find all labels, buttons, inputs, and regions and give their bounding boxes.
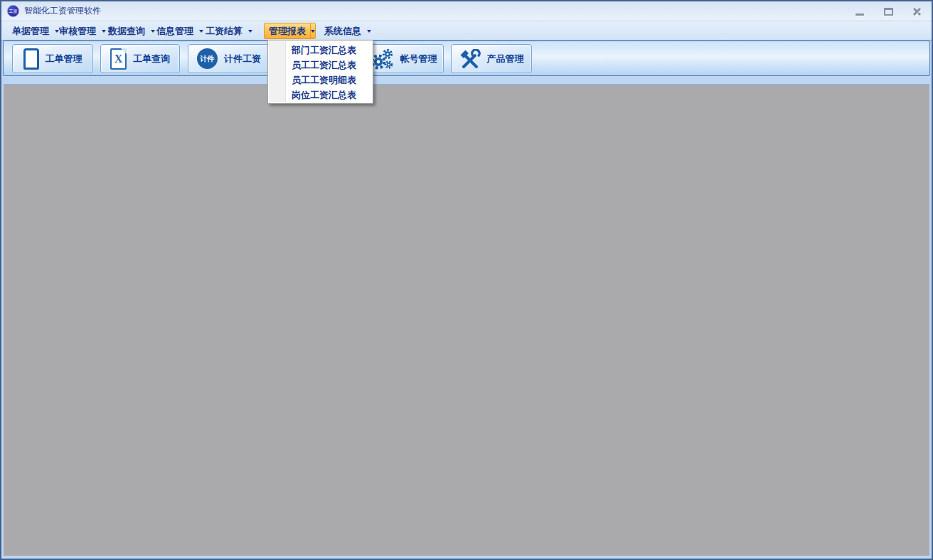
window-title: 智能化工资管理软件 (24, 5, 101, 17)
minimize-icon (855, 14, 864, 16)
toolbar-button-label: 产品管理 (487, 53, 524, 65)
chevron-down-icon (311, 30, 315, 33)
menu-bar: 单据管理 审核管理 数据查询 信息管理 工资结算 管理报表 系统信息 (1, 21, 932, 41)
menu-item-employee-salary-detail[interactable]: 员工工资明细表 (268, 72, 373, 87)
toolbar: 工单管理 X 工单查询 计件 计件工资 帐号管理 (3, 41, 930, 76)
minimize-button[interactable] (853, 5, 866, 18)
toolbar-work-order-query-button[interactable]: X 工单查询 (100, 44, 180, 73)
toolbar-button-label: 工单查询 (133, 53, 170, 65)
chevron-down-icon (248, 30, 252, 33)
menu-item-reports[interactable]: 管理报表 (264, 23, 316, 39)
toolbar-work-order-mgmt-button[interactable]: 工单管理 (12, 44, 93, 73)
client-area (4, 84, 929, 556)
menu-item-employee-salary-summary[interactable]: 员工工资汇总表 (268, 58, 373, 72)
close-icon (912, 7, 922, 16)
document-icon (23, 48, 39, 70)
app-window: 工资 智能化工资管理软件 单据管理 审核管理 数据查询 信息管理 工资结算 管理… (0, 0, 933, 560)
piece-rate-badge-icon: 计件 (197, 48, 218, 69)
menu-item-payroll[interactable]: 工资结算 (202, 21, 256, 41)
menu-item-dept-salary-summary[interactable]: 部门工资汇总表 (268, 43, 373, 58)
toolbar-button-label: 计件工资 (224, 53, 261, 65)
toolbar-button-label: 帐号管理 (400, 53, 437, 65)
excel-file-icon: X (110, 48, 127, 70)
app-icon: 工资 (7, 5, 19, 17)
title-bar: 工资 智能化工资管理软件 (1, 1, 932, 21)
tools-icon (459, 49, 481, 69)
menu-item-system-info[interactable]: 系统信息 (321, 21, 375, 41)
menu-item-info-mgmt[interactable]: 信息管理 (153, 21, 207, 41)
reports-dropdown-arrow[interactable] (310, 23, 315, 38)
menu-item-audit[interactable]: 审核管理 (55, 21, 110, 41)
maximize-icon (884, 8, 893, 16)
management-reports-menu: 部门工资汇总表 员工工资汇总表 员工工资明细表 岗位工资汇总表 (267, 40, 373, 104)
window-controls (853, 5, 923, 18)
chevron-down-icon (367, 30, 371, 33)
close-button[interactable] (910, 5, 923, 18)
menu-item-position-salary-summary[interactable]: 岗位工资汇总表 (268, 87, 373, 102)
toolbar-product-mgmt-button[interactable]: 产品管理 (451, 44, 532, 73)
toolbar-button-label: 工单管理 (46, 53, 82, 65)
menu-item-data-query[interactable]: 数据查询 (105, 21, 159, 41)
menu-item-documents[interactable]: 单据管理 (9, 21, 63, 41)
toolbar-piece-wage-button[interactable]: 计件 计件工资 (188, 44, 270, 73)
toolbar-account-mgmt-button[interactable]: 帐号管理 (363, 44, 444, 73)
app-icon-label: 工资 (9, 9, 18, 14)
maximize-button[interactable] (882, 5, 895, 18)
